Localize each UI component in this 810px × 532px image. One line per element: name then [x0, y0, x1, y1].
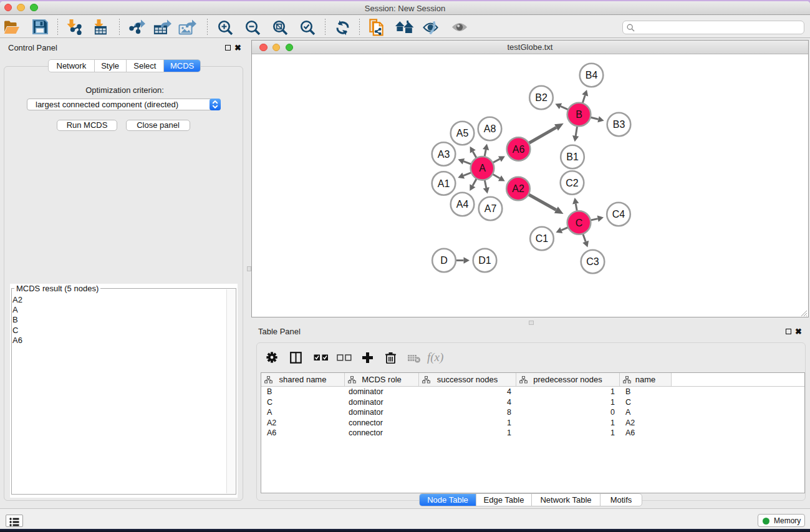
svg-text:B2: B2: [535, 92, 547, 103]
svg-text:C1: C1: [536, 233, 549, 244]
svg-text:A1: A1: [438, 178, 450, 189]
svg-text:A5: A5: [456, 128, 469, 138]
svg-text:B: B: [576, 109, 582, 120]
svg-text:B3: B3: [613, 119, 625, 130]
svg-text:B4: B4: [586, 70, 598, 80]
svg-text:A8: A8: [484, 123, 496, 134]
svg-text:A4: A4: [456, 199, 469, 210]
svg-text:B1: B1: [566, 152, 579, 162]
svg-text:C2: C2: [566, 178, 579, 188]
svg-text:A: A: [479, 163, 486, 173]
svg-text:C: C: [576, 218, 583, 228]
svg-text:A2: A2: [512, 183, 524, 194]
svg-text:D: D: [440, 255, 448, 266]
svg-text:A6: A6: [513, 144, 525, 155]
svg-text:A7: A7: [485, 203, 497, 214]
svg-text:D1: D1: [478, 255, 491, 266]
svg-text:C4: C4: [612, 209, 625, 220]
svg-text:C3: C3: [586, 256, 599, 267]
svg-text:A3: A3: [438, 149, 450, 160]
